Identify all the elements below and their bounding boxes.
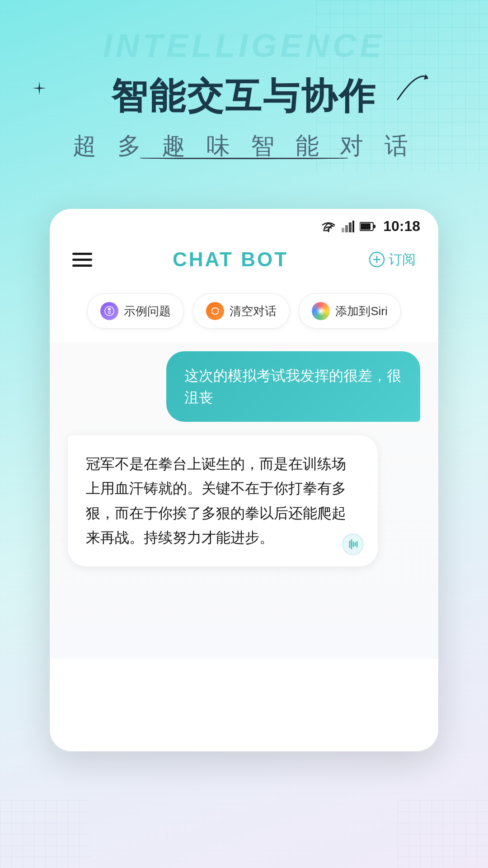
bg-grid-bottom-right (398, 800, 488, 868)
battery-icon (360, 222, 376, 231)
status-icons (321, 221, 376, 232)
svg-rect-3 (342, 228, 344, 232)
svg-rect-15 (108, 311, 111, 312)
subtitle-underline (140, 157, 348, 159)
phone-mockup: 10:18 CHAT BOT 订阅 (50, 209, 438, 751)
signal-icon (342, 221, 354, 232)
svg-point-20 (320, 310, 322, 312)
bot-message-text: 冠军不是在拳台上诞生的，而是在训练场上用血汗铸就的。关键不在于你打拳有多狠，而在… (86, 456, 346, 546)
svg-rect-23 (398, 800, 488, 868)
svg-rect-8 (361, 223, 371, 230)
svg-rect-6 (352, 221, 354, 232)
example-icon (100, 302, 118, 320)
example-questions-button[interactable]: 示例问题 (87, 293, 184, 329)
svg-rect-16 (108, 313, 111, 314)
svg-rect-9 (374, 225, 375, 228)
svg-rect-4 (345, 225, 348, 232)
audio-play-button[interactable] (342, 533, 364, 556)
wifi-icon (321, 221, 336, 232)
watermark-text: INTELLIGENCE (103, 27, 385, 64)
clear-label: 清空对话 (230, 303, 277, 319)
svg-marker-2 (327, 231, 330, 232)
svg-marker-17 (218, 308, 220, 310)
user-message: 这次的模拟考试我发挥的很差，很沮丧 (68, 351, 420, 422)
hero-section: INTELLIGENCE 智能交互与协作 超 多 趣 味 智 能 对 话 (0, 0, 488, 191)
siri-icon (312, 302, 330, 320)
subscribe-label: 订阅 (389, 250, 416, 269)
hero-title: 智能交互与协作 (36, 72, 452, 121)
user-bubble: 这次的模拟考试我发挥的很差，很沮丧 (166, 351, 420, 422)
app-header: CHAT BOT 订阅 (50, 239, 438, 284)
bg-grid-bottom-left (0, 800, 90, 868)
example-label: 示例问题 (124, 303, 171, 319)
clear-icon (206, 302, 224, 320)
status-bar: 10:18 (50, 209, 438, 239)
bot-bubble: 冠军不是在拳台上诞生的，而是在训练场上用血汗铸就的。关键不在于你打拳有多狠，而在… (68, 435, 378, 566)
subscribe-button[interactable]: 订阅 (369, 250, 416, 269)
status-time: 10:18 (383, 218, 420, 235)
chat-area: 这次的模拟考试我发挥的很差，很沮丧 冠军不是在拳台上诞生的，而是在训练场上用血汗… (50, 342, 438, 659)
siri-label: 添加到Siri (335, 303, 388, 319)
app-title: CHAT BOT (173, 248, 288, 271)
user-message-text: 这次的模拟考试我发挥的很差，很沮丧 (184, 368, 401, 406)
svg-rect-5 (349, 222, 352, 232)
quick-actions: 示例问题 清空对话 添加到Siri (50, 284, 438, 342)
menu-icon[interactable] (72, 253, 92, 267)
plus-circle-icon (369, 251, 385, 268)
svg-point-14 (108, 308, 111, 311)
add-to-siri-button[interactable]: 添加到Siri (299, 293, 401, 329)
arrow-decoration (393, 68, 429, 113)
bot-message: 冠军不是在拳台上诞生的，而是在训练场上用血汗铸就的。关键不在于你打拳有多狠，而在… (68, 435, 420, 566)
clear-chat-button[interactable]: 清空对话 (193, 293, 290, 329)
svg-rect-22 (0, 800, 90, 868)
